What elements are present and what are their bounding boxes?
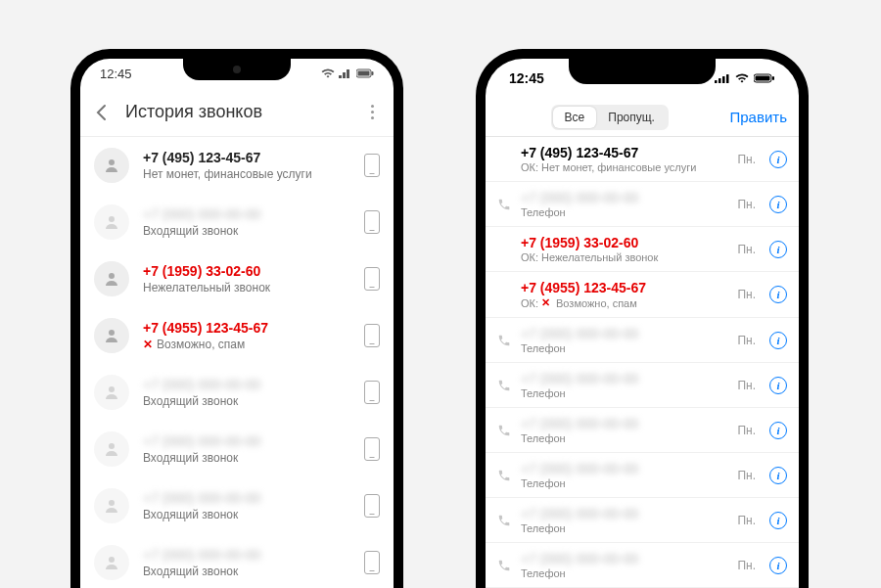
device-icon [364, 154, 380, 177]
info-button[interactable]: i [769, 467, 787, 484]
android-screen: 12:45 История звонков +7 (495) 123-45-67… [80, 59, 394, 588]
avatar [94, 148, 129, 183]
call-text: +7 (000) 000-00-00Входящий звонок [143, 377, 350, 408]
call-day: Пн. [737, 243, 756, 256]
call-row[interactable]: +7 (000) 000-00-00ТелефонПн.i [486, 408, 799, 453]
x-icon: ✕ [541, 296, 550, 309]
call-number: +7 (4955) 123-45-67 [143, 320, 350, 336]
dot-icon [371, 116, 374, 119]
android-notch [183, 59, 291, 80]
call-row[interactable]: +7 (4955) 123-45-67✕Возможно, спам [80, 307, 394, 364]
call-row[interactable]: +7 (000) 000-00-00ТелефонПн.i [486, 453, 799, 498]
edit-button[interactable]: Править [730, 109, 788, 125]
call-number: +7 (1959) 33-02-60 [521, 235, 729, 250]
outgoing-call-icon [495, 332, 513, 349]
call-subtitle: ОК: ✕ Возможно, спам [521, 296, 729, 309]
segment-missed[interactable]: Пропущ. [596, 107, 667, 128]
call-number: +7 (4955) 123-45-67 [521, 280, 729, 295]
call-number: +7 (000) 000-00-00 [143, 377, 350, 392]
svg-point-9 [109, 500, 115, 506]
info-button[interactable]: i [769, 286, 787, 303]
info-button[interactable]: i [769, 151, 787, 168]
call-text: +7 (4955) 123-45-67✕Возможно, спам [143, 320, 350, 351]
call-subtitle: Телефон [521, 432, 729, 444]
android-call-list[interactable]: +7 (495) 123-45-67Нет монет, финансовые … [80, 137, 394, 588]
call-day: Пн. [737, 469, 756, 482]
call-number: +7 (000) 000-00-00 [143, 206, 350, 222]
back-button[interactable] [92, 103, 112, 122]
call-day: Пн. [737, 424, 756, 437]
outgoing-call-icon [495, 422, 513, 439]
iphone-frame: 12:45 Все Пропущ. Править +7 (495) 123-4… [476, 49, 809, 588]
svg-rect-13 [722, 76, 725, 83]
call-row[interactable]: +7 (4955) 123-45-67ОК: ✕ Возможно, спамП… [486, 272, 799, 318]
call-row[interactable]: +7 (1959) 33-02-60Нежелательный звонок [80, 250, 394, 307]
avatar [94, 204, 129, 240]
device-icon [364, 437, 380, 461]
call-row[interactable]: +7 (495) 123-45-67Нет монет, финансовые … [80, 137, 394, 194]
avatar [94, 318, 129, 353]
wifi-icon [735, 73, 749, 83]
battery-icon [754, 73, 775, 83]
signal-icon [339, 68, 352, 78]
svg-point-4 [109, 216, 115, 222]
iphone-call-list[interactable]: +7 (495) 123-45-67ОК: Нет монет, финансо… [486, 137, 799, 588]
segmented-control[interactable]: Все Пропущ. [551, 105, 669, 130]
svg-rect-16 [756, 76, 770, 81]
device-icon [364, 210, 380, 234]
call-subtitle: Нет монет, финансовые услуги [143, 167, 350, 181]
info-button[interactable]: i [769, 241, 787, 258]
device-icon [364, 551, 380, 574]
call-number: +7 (000) 000-00-00 [143, 490, 350, 506]
call-subtitle: Телефон [521, 522, 729, 534]
call-row[interactable]: +7 (000) 000-00-00Входящий звонок [80, 477, 394, 534]
device-icon [364, 494, 380, 518]
outgoing-call-icon [495, 377, 513, 394]
call-subtitle: Входящий звонок [143, 508, 350, 521]
call-row[interactable]: +7 (000) 000-00-00ТелефонПн.i [486, 498, 799, 543]
svg-point-7 [109, 386, 115, 392]
avatar [94, 261, 129, 296]
device-icon [364, 267, 380, 291]
call-subtitle: Телефон [521, 206, 729, 218]
call-row[interactable]: +7 (000) 000-00-00ТелефонПн.i [486, 543, 799, 588]
call-row[interactable]: +7 (000) 000-00-00Входящий звонок [80, 421, 394, 477]
overflow-menu-button[interactable] [362, 103, 382, 122]
info-button[interactable]: i [769, 512, 787, 529]
call-day: Пн. [737, 379, 756, 392]
call-row[interactable]: +7 (000) 000-00-00ТелефонПн.i [486, 182, 799, 227]
call-text: +7 (000) 000-00-00Входящий звонок [143, 490, 350, 521]
call-text: +7 (000) 000-00-00Телефон [521, 506, 729, 534]
call-number: +7 (495) 123-45-67 [521, 145, 729, 160]
call-day: Пн. [737, 288, 756, 301]
info-button[interactable]: i [769, 377, 787, 394]
call-subtitle: ОК: Нет монет, финансовые услуги [521, 161, 729, 173]
call-text: +7 (4955) 123-45-67ОК: ✕ Возможно, спам [521, 280, 729, 309]
call-row[interactable]: +7 (000) 000-00-00Входящий звонок [80, 534, 394, 588]
svg-point-10 [109, 557, 115, 563]
call-number: +7 (000) 000-00-00 [521, 190, 729, 205]
outgoing-call-icon [495, 196, 513, 213]
info-button[interactable]: i [769, 196, 787, 213]
call-row[interactable]: +7 (000) 000-00-00Входящий звонок [80, 364, 394, 421]
segment-all[interactable]: Все [553, 107, 597, 128]
call-row[interactable]: +7 (1959) 33-02-60ОК: Нежелательный звон… [486, 227, 799, 272]
call-row[interactable]: +7 (000) 000-00-00ТелефонПн.i [486, 318, 799, 363]
svg-rect-14 [726, 74, 729, 83]
info-button[interactable]: i [769, 422, 787, 439]
call-number: +7 (000) 000-00-00 [521, 371, 729, 386]
status-time: 12:45 [509, 70, 544, 86]
call-text: +7 (000) 000-00-00Входящий звонок [143, 206, 350, 238]
call-day: Пн. [737, 198, 756, 211]
call-row[interactable]: +7 (495) 123-45-67ОК: Нет монет, финансо… [486, 137, 799, 182]
call-row[interactable]: +7 (000) 000-00-00Входящий звонок [80, 194, 394, 250]
info-button[interactable]: i [769, 332, 787, 349]
call-text: +7 (495) 123-45-67Нет монет, финансовые … [143, 150, 350, 181]
info-button[interactable]: i [769, 557, 787, 574]
avatar [94, 545, 129, 580]
iphone-screen: 12:45 Все Пропущ. Править +7 (495) 123-4… [486, 59, 799, 588]
call-text: +7 (000) 000-00-00Телефон [521, 371, 729, 399]
call-text: +7 (495) 123-45-67ОК: Нет монет, финансо… [521, 145, 729, 173]
call-row[interactable]: +7 (000) 000-00-00ТелефонПн.i [486, 363, 799, 408]
call-text: +7 (000) 000-00-00Телефон [521, 461, 729, 489]
